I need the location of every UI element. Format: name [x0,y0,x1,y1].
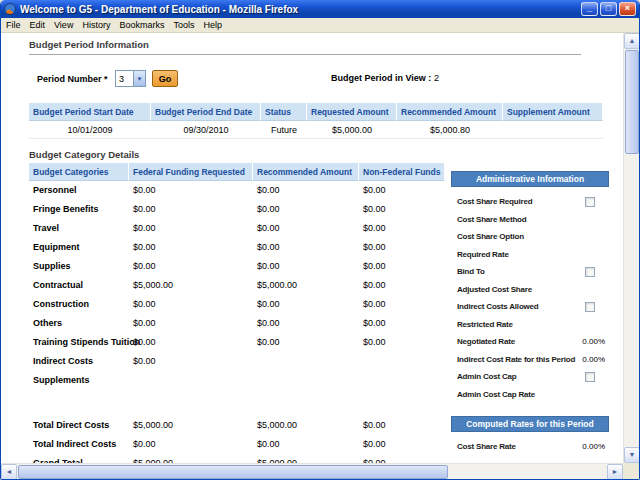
titlebar[interactable]: Welcome to G5 - Department of Education … [1,0,639,18]
budget-period-in-view: Budget Period in View : 2 [331,73,439,83]
admin-item-restricted-rate: Restricted Rate [457,316,607,334]
category-row-personnel: Personnel$0.00$0.00$0.00 [29,181,445,200]
category-label: Construction [29,295,129,314]
menu-help[interactable]: Help [203,20,222,30]
checkbox-bind-to[interactable] [585,267,595,277]
amount-cell: $0.00 [359,181,445,200]
checkbox-admin-cost-cap[interactable] [585,372,595,382]
total-amount-cell: $5,000.00 [253,416,359,435]
period-table-header-row: Budget Period Start DateBudget Period En… [29,103,603,121]
amount-cell: $0.00 [129,200,253,219]
admin-item-label: Cost Share Required [457,197,585,206]
admin-item-label: Adjusted Cost Share [457,285,607,294]
vertical-scroll-thumb[interactable] [625,50,639,154]
amount-cell: $0.00 [129,219,253,238]
category-label: Personnel [29,181,129,200]
chevron-down-icon[interactable]: ▼ [133,71,145,86]
period-table-row: 10/01/200909/30/2010Future$5,000.00$5,00… [29,121,603,139]
scroll-left-icon[interactable]: ◄ [1,464,17,480]
scroll-right-icon[interactable]: ► [607,464,623,480]
category-row-others: Others$0.00$0.00$0.00 [29,314,445,333]
menu-bookmarks[interactable]: Bookmarks [119,20,164,30]
scroll-down-icon[interactable]: ▼ [624,447,639,463]
menu-file[interactable]: File [6,20,21,30]
in-view-value: 2 [434,73,439,83]
period-cell: 09/30/2010 [151,121,261,139]
total-label: Total Direct Costs [29,416,129,435]
category-row-training-stipends-tuition: Training Stipends Tuition$0.00$0.00$0.00 [29,333,445,352]
amount-cell: $0.00 [359,314,445,333]
column-header-budget-categories: Budget Categories [29,163,129,181]
category-row-travel: Travel$0.00$0.00$0.00 [29,219,445,238]
scroll-up-icon[interactable]: ▲ [624,33,639,49]
menu-history[interactable]: History [82,20,110,30]
maximize-button[interactable]: □ [600,2,617,16]
category-table-header-row: Budget CategoriesFederal Funding Request… [29,163,445,181]
firefox-icon [4,3,16,15]
admin-item-indirect-costs-allowed: Indirect Costs Allowed [457,298,607,316]
category-row-indirect-costs: Indirect Costs$0.00 [29,352,445,371]
admin-item-label: Indirect Cost Rate for this Period [457,355,582,364]
period-number-select[interactable]: 3 ▼ [115,70,146,87]
total-row-grand-total: Grand Total$5,000.00$5,000.00$0.00 [29,454,445,463]
minimize-button[interactable]: _ [581,2,598,16]
category-label: Contractual [29,276,129,295]
admin-item-label: Negotiated Rate [457,337,582,346]
computed-item-value: 0.00% [582,442,607,451]
admin-item-label: Cost Share Method [457,215,607,224]
admin-item-cost-share-required: Cost Share Required [457,193,607,211]
admin-item-negotiated-rate: Negotiated Rate0.00% [457,333,607,351]
menu-view[interactable]: View [54,20,73,30]
period-cell: $5,000.00 [307,121,397,139]
total-amount-cell: $0.00 [359,454,445,463]
amount-cell [253,371,359,390]
amount-cell: $0.00 [129,295,253,314]
computed-item-label: Cost Share Rate [457,442,582,451]
menubar: FileEditViewHistoryBookmarksToolsHelp [1,18,639,33]
admin-item-value: 0.00% [582,337,607,346]
admin-item-indirect-cost-rate-for-this-period: Indirect Cost Rate for this Period0.00% [457,351,607,369]
category-row-construction: Construction$0.00$0.00$0.00 [29,295,445,314]
amount-cell: $5,000.00 [253,276,359,295]
column-header-recommended-amount: Recommended Amount [397,103,503,121]
category-label: Supplements [29,371,129,390]
admin-item-label: Indirect Costs Allowed [457,302,585,311]
amount-cell: $0.00 [359,200,445,219]
category-row-supplements: Supplements [29,371,445,390]
menu-edit[interactable]: Edit [30,20,46,30]
horizontal-scroll-thumb[interactable] [18,465,448,479]
amount-cell: $0.00 [359,276,445,295]
browser-viewport: Budget Period Information Period Number … [1,33,639,463]
category-label: Training Stipends Tuition [29,333,129,352]
window-controls: _ □ × [581,2,636,16]
amount-cell: $0.00 [129,314,253,333]
vertical-scrollbar[interactable]: ▲ ▼ [623,33,639,463]
amount-cell [253,352,359,371]
window-title: Welcome to G5 - Department of Education … [20,4,577,15]
admin-item-admin-cost-cap-rate: Admin Cost Cap Rate [457,386,607,404]
computed-rate-items: Cost Share Rate0.00% [451,432,609,456]
section-title-budget-period-information: Budget Period Information [29,39,149,50]
computed-item-cost-share-rate: Cost Share Rate0.00% [457,438,607,456]
horizontal-scrollbar[interactable]: ◄ ► [1,463,623,479]
category-row-fringe-benefits: Fringe Benefits$0.00$0.00$0.00 [29,200,445,219]
go-button[interactable]: Go [152,70,178,87]
admin-item-label: Admin Cost Cap [457,372,585,381]
checkbox-cost-share-required[interactable] [585,197,595,207]
admin-item-required-rate: Required Rate [457,246,607,264]
total-amount-cell: $5,000.00 [129,454,253,463]
section-title-budget-category-details: Budget Category Details [29,149,139,160]
admin-item-value: 0.00% [582,355,607,364]
amount-cell: $0.00 [359,333,445,352]
total-label: Grand Total [29,454,129,463]
administrative-information-panel: Administrative Information Cost Share Re… [451,171,609,456]
checkbox-indirect-costs-allowed[interactable] [585,302,595,312]
menu-tools[interactable]: Tools [173,20,194,30]
close-button[interactable]: × [619,2,636,16]
column-header-federal-funding-requested: Federal Funding Requested [129,163,253,181]
total-amount-cell: $5,000.00 [253,454,359,463]
amount-cell [359,371,445,390]
admin-item-cost-share-method: Cost Share Method [457,211,607,229]
column-header-non-federal-funds: Non-Federal Funds [359,163,445,181]
period-cell [503,121,603,139]
